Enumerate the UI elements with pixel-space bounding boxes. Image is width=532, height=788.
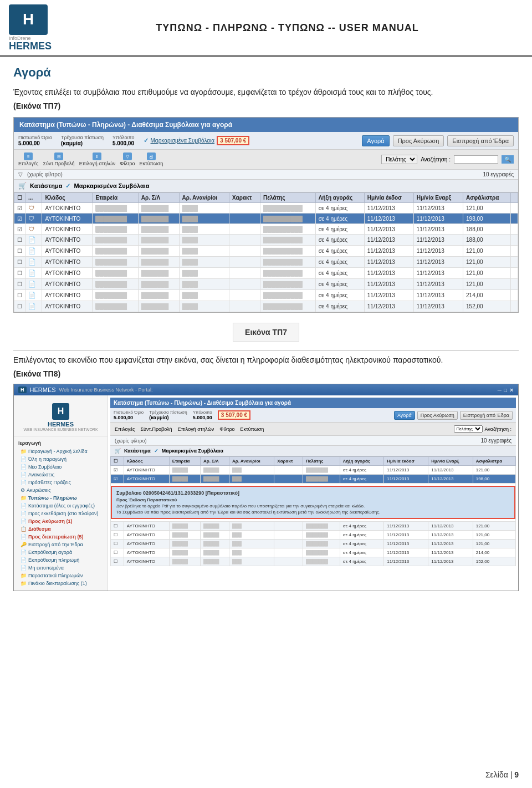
sidebar-item-ananeosets[interactable]: 📄 Ανανεώσεις: [14, 471, 108, 479]
eisproji-button[interactable]: Εισπροχή από Έδρα: [447, 135, 514, 146]
b-row-check[interactable]: ☑: [111, 466, 124, 475]
b-row-pelatis: ███████: [303, 475, 340, 484]
b-row-ekdosi: 11/12/2013: [384, 475, 428, 484]
epiloges-button[interactable]: ≡ Επιλογές: [18, 152, 38, 166]
sidebar-logo: H HERMES WEB INSURANCE BUSINESS NETWORK: [14, 399, 108, 436]
close-button[interactable]: ✕: [509, 387, 514, 393]
row-checkbox[interactable]: ☐: [14, 257, 25, 268]
folder-icon: 📁: [21, 449, 27, 454]
category-bar: 🛒 Κατάστημα ✓ Μαρκαρισμένα Συμβόλαια: [14, 180, 518, 192]
b-row-ekdosi: 11/12/2013: [384, 466, 428, 475]
sidebar-item-akyroses[interactable]: ⚙ Ακυρώσεις: [14, 486, 108, 494]
row-checkbox[interactable]: ☑: [14, 213, 25, 224]
sidebar-item-eisproji[interactable]: 🔑 Εισπροχή από την Έδρα: [14, 541, 108, 548]
search-input[interactable]: [454, 155, 498, 164]
action-buttons: Αγορά Προς Ακύρωση Εισπροχή από Έδρα: [362, 135, 514, 146]
row-asfalistra: 121,00: [463, 279, 511, 290]
row-ar-anan: ████: [179, 235, 229, 246]
browser-fields-bar: Πιστωτικό Όριο 5.000,00 Τρέχουσα πίστωση…: [110, 408, 516, 423]
b-ektyposi-btn[interactable]: Εκτύπωση: [241, 426, 264, 432]
b-row-check[interactable]: ☐: [111, 557, 124, 566]
epilogi-stilon-button[interactable]: ⫿ Επιλογή στηλών: [79, 152, 116, 166]
doc-icon: 📄: [21, 464, 27, 470]
b-row-check[interactable]: ☐: [111, 548, 124, 557]
row-actions: [510, 279, 518, 290]
row-asfalistra: 152,00: [463, 301, 511, 312]
b-row-liji: σε 4 ημέρες: [340, 475, 383, 484]
row-checkbox[interactable]: ☐: [14, 301, 25, 312]
b-toolbar: Επιλογές Σύντ.Προβολή Επιλογή στηλών Φίλ…: [110, 423, 516, 436]
anazitisi-label: Αναζήτηση :: [421, 156, 451, 162]
b-row-check[interactable]: ☐: [111, 531, 124, 540]
sidebar-item-pros-diek[interactable]: 📄 Προς διεκπεραίωση (5): [14, 533, 108, 541]
pros-akyrosi-button[interactable]: Προς Ακύρωση: [393, 135, 444, 146]
row-asfalistra: 121,00: [463, 257, 511, 268]
b-row-check[interactable]: ☑: [111, 475, 124, 484]
row-checkbox[interactable]: ☐: [14, 268, 25, 279]
sidebar-item-label: Πινάκιο διεκπεραίωσης (1): [28, 581, 87, 586]
sidebar-item-ekprothesmi-agora[interactable]: 📄 Εκπρόθεσμη αγορά: [14, 548, 108, 556]
sidebar-item-pros-akyros[interactable]: 📄 Προς Ακύρωση (1): [14, 517, 108, 525]
toolbar-icons: ≡ Επιλογές ⊞ Σύντ.Προβολή ⫿ Επιλογή στηλ…: [18, 152, 163, 166]
sidebar-item-diathesma[interactable]: 📋 Διάθεσμα: [14, 525, 108, 533]
col-asfalistra: Ασφάλιστρα: [463, 193, 511, 203]
browser-window-controls[interactable]: ─ □ ✕: [498, 387, 514, 393]
b-col-liji: Λήξη αγοράς: [340, 457, 383, 466]
b-stilon-btn[interactable]: Επιλογή στηλών: [178, 426, 214, 432]
row-liji: σε 4 ημέρες: [315, 213, 364, 224]
table-row: ☐ 📄 ΑΥΤΟΚΙΝΗΤΟ ████████ ███████ ████ ███…: [14, 268, 518, 279]
b-agora-button[interactable]: Αγορά: [394, 411, 415, 420]
row-checkbox[interactable]: ☑: [14, 224, 25, 235]
filtro-button[interactable]: ▽ Φίλτρο: [120, 152, 135, 166]
table-row: ☑ 🛡 ΑΥΤΟΚΙΝΗΤΟ ████████ ███████ ████ ███…: [14, 224, 518, 235]
sidebar-item-prosthetes[interactable]: 📄 Πρόσθετες Πράξεις: [14, 479, 108, 486]
row-checkbox[interactable]: ☐: [14, 290, 25, 301]
footer-text: Σελίδα |: [485, 770, 512, 779]
b-epiloges-btn[interactable]: Επιλογές: [115, 426, 135, 432]
sidebar-item-ekprothesmi-plirom[interactable]: 📄 Εκπρόθεσμη πληρωμή: [14, 556, 108, 564]
b-contracts-table: ☐ Κλάδος Εταιρεία Αρ. Σ/Λ Αρ. Αναν/ρίοι …: [110, 456, 516, 566]
b-row-check[interactable]: ☐: [111, 540, 124, 548]
row-asfalistra: 121,00: [463, 246, 511, 257]
b-filtro-btn[interactable]: Φίλτρο: [219, 426, 234, 432]
sidebar-item-paragogi[interactable]: 📁 Παραγωγή - Αρχική Σελίδα: [14, 448, 108, 455]
row-checkbox[interactable]: ☐: [14, 246, 25, 257]
row-ar-sl: ███████: [138, 224, 179, 235]
b-pros-akyros-button[interactable]: Προς Ακύρωση: [417, 411, 458, 420]
row-checkbox[interactable]: ☑: [14, 203, 25, 213]
sidebar-item-neo-symvolaio[interactable]: 📄 Νέο Συμβόλαιο: [14, 463, 108, 471]
synt-provoli-button[interactable]: ⊞ Σύντ.Προβολή: [43, 152, 74, 166]
pelatis-select[interactable]: Πελάτης: [381, 155, 417, 164]
minimize-button[interactable]: ─: [498, 387, 502, 393]
agora-button[interactable]: Αγορά: [362, 135, 389, 146]
sidebar-item-katastima[interactable]: 📄 Κατάστημα (όλες οι εγγραφές): [14, 502, 108, 510]
row-checkbox[interactable]: ☐: [14, 279, 25, 290]
b-popup-cell: Συμβόλαιο 02005042461/131.2033290 [Παρασ…: [111, 484, 516, 522]
b-row-kladhos: ΑΥΤΟΚΙΝΗΤΟ: [124, 522, 169, 531]
search-button[interactable]: 🔍: [502, 155, 514, 164]
b-pelatis-select[interactable]: Πελάτης: [454, 425, 483, 433]
b-synt-btn[interactable]: Σύντ.Προβολή: [140, 426, 172, 432]
sidebar-item-typono[interactable]: 📁 Τυπώνω - Πληρώνω: [14, 494, 108, 502]
sidebar-item-pinakio[interactable]: 📁 Πινάκιο διεκπεραίωσης (1): [14, 579, 108, 587]
b-eisproji-button[interactable]: Εισπροχή από Έδρα: [460, 411, 513, 420]
sidebar-item-mi-ektyp[interactable]: 📄 Μη εκτυπωμένα: [14, 564, 108, 572]
row-icon: 📄: [25, 257, 42, 268]
maximize-button[interactable]: □: [504, 387, 507, 393]
filter-bar: ▽ (χωρίς φίλτρο) 10 εγγραφές: [14, 170, 518, 180]
ektyposi-button[interactable]: 🖨 Εκτύπωση: [140, 152, 163, 166]
sidebar-item-pros-ekkath[interactable]: 📄 Προς εκκεθάριση (στο πλαίφον): [14, 510, 108, 517]
b-search-area: Πελάτης Αναζήτηση :: [454, 425, 511, 433]
row-kladhos: ΑΥΤΟΚΙΝΗΤΟ: [42, 213, 93, 224]
row-ar-sl: ███████: [138, 246, 179, 257]
b-amount-field: 3 507,00 €: [218, 412, 250, 418]
row-ar-sl: ███████: [138, 279, 179, 290]
row-checkbox[interactable]: ☐: [14, 235, 25, 246]
sidebar-item-oli-paragogi[interactable]: 📄 Όλη η παραγωγή: [14, 455, 108, 463]
row-etaireia: ████████: [93, 203, 138, 213]
row-harakt: [229, 246, 260, 257]
b-table-header-row: ☐ Κλάδος Εταιρεία Αρ. Σ/Λ Αρ. Αναν/ρίοι …: [111, 457, 516, 466]
sidebar-item-parost[interactable]: 📁 Παροστατικά Πληρωμών: [14, 572, 108, 579]
b-row-check[interactable]: ☐: [111, 522, 124, 531]
row-actions: [510, 246, 518, 257]
